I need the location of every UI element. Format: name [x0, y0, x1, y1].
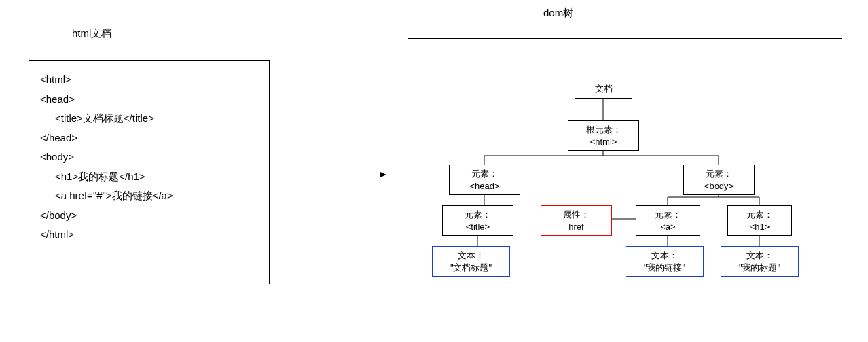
- node-attribute-href: 属性： href: [541, 205, 612, 236]
- node-element-head: 元素： <head>: [449, 165, 520, 195]
- node-text-link: 文本： "我的链接": [626, 246, 704, 277]
- node-line: 根元素：: [573, 124, 634, 136]
- node-document: 文档: [575, 80, 632, 99]
- node-line: "我的标题": [725, 262, 794, 274]
- node-element-title: 元素： <title>: [442, 205, 513, 236]
- code-line: <head>: [40, 90, 258, 109]
- node-line: 元素：: [640, 209, 695, 221]
- node-line: 文本：: [630, 250, 699, 262]
- node-line: "文档标题": [437, 262, 505, 274]
- node-line: 文本：: [437, 250, 505, 262]
- node-line: 文本：: [725, 250, 794, 262]
- node-line: <head>: [454, 180, 516, 192]
- node-line: 元素：: [732, 209, 787, 221]
- node-root-html: 根元素： <html>: [568, 120, 639, 151]
- code-line: <body>: [40, 148, 258, 167]
- heading-html-doc: html文档: [72, 27, 111, 40]
- node-line: href: [545, 221, 607, 233]
- node-text-heading: 文本： "我的标题": [721, 246, 799, 277]
- code-line: </head>: [40, 129, 258, 148]
- node-line: <h1>: [732, 221, 787, 233]
- node-line: <body>: [688, 180, 750, 192]
- node-line: "我的链接": [630, 262, 699, 274]
- node-line: <html>: [573, 136, 634, 148]
- arrow-icon: [270, 175, 386, 175]
- node-element-a: 元素： <a>: [636, 205, 700, 236]
- node-line: 元素：: [447, 209, 509, 221]
- node-line: <title>: [447, 221, 509, 233]
- code-block: <html> <head> <title>文档标题</title> </head…: [29, 60, 270, 284]
- node-line: 属性：: [545, 209, 607, 221]
- node-line: 元素：: [454, 168, 516, 180]
- code-line: </body>: [40, 206, 258, 226]
- node-element-body: 元素： <body>: [683, 165, 755, 195]
- code-line: <title>文档标题</title>: [40, 109, 258, 129]
- node-line: 元素：: [688, 168, 750, 180]
- code-line: <html>: [40, 70, 258, 90]
- node-label: 文档: [579, 83, 628, 95]
- heading-dom-tree: dom树: [543, 7, 573, 20]
- node-text-title: 文本： "文档标题": [432, 246, 510, 277]
- code-line: </html>: [40, 225, 258, 245]
- code-line: <a href="#">我的链接</a>: [40, 186, 258, 206]
- node-element-h1: 元素： <h1>: [727, 205, 792, 236]
- node-line: <a>: [640, 221, 695, 233]
- code-line: <h1>我的标题</h1>: [40, 167, 258, 187]
- dom-tree-container: 文档 根元素： <html> 元素： <head> 元素： <body> 元素：…: [408, 38, 842, 303]
